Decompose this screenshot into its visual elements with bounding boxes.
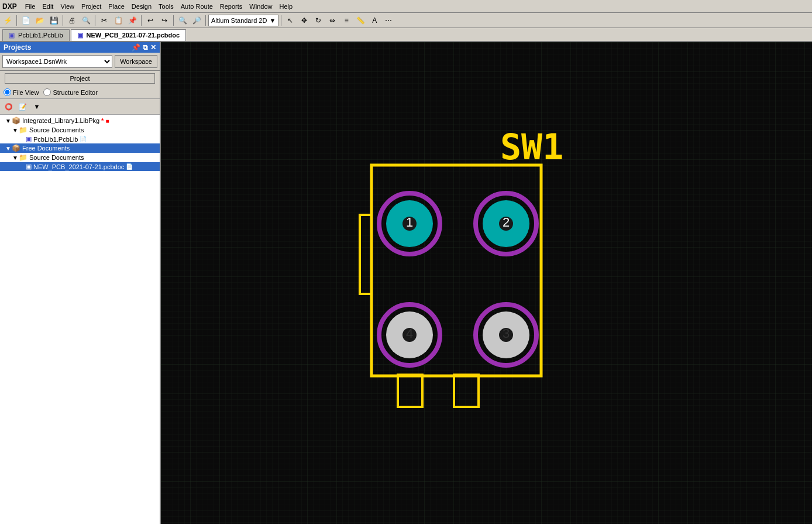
menu-bar: DXP File Edit View Project Place Design … xyxy=(0,0,812,13)
panel-header: Projects 📌 ⧉ ✕ xyxy=(0,42,160,53)
tb-cut[interactable]: ✂ xyxy=(98,14,111,27)
tree-item-src-docs-1[interactable]: ▼ 📁 Source Documents xyxy=(0,125,160,135)
tab-pcblib-icon: ▣ xyxy=(9,32,15,39)
tb-select[interactable]: ↖ xyxy=(284,14,297,27)
tab-pcblib[interactable]: ▣ PcbLib1.PcbLib xyxy=(2,29,70,41)
tb-measure[interactable]: 📏 xyxy=(354,14,367,27)
tree-item-src-docs-2[interactable]: ▼ 📁 Source Documents xyxy=(0,153,160,162)
tb-sep-3 xyxy=(95,15,95,26)
panel-tb-btn1[interactable]: ⭕ xyxy=(2,100,15,113)
close-panel-icon[interactable]: ✕ xyxy=(150,43,156,52)
tb-preview[interactable]: 🔍 xyxy=(80,14,92,27)
expander-freedocs[interactable]: ▼ xyxy=(5,145,12,152)
menu-help[interactable]: Help xyxy=(276,2,296,11)
pad-1-label: 1 xyxy=(406,215,413,230)
menu-tools[interactable]: Tools xyxy=(155,2,177,11)
tb-more[interactable]: ⋯ xyxy=(382,14,395,27)
tb-sep-2 xyxy=(63,15,63,26)
tab-pcblib-label: PcbLib1.PcbLib xyxy=(18,32,63,39)
expander-intlib[interactable]: ▼ xyxy=(5,118,12,124)
menu-edit[interactable]: Edit xyxy=(39,2,57,11)
pad-2-label: 2 xyxy=(503,215,510,230)
menu-design[interactable]: Design xyxy=(128,2,155,11)
tree-item-freedocs[interactable]: ▼ 📦 Free Documents xyxy=(0,143,160,153)
menu-file[interactable]: File xyxy=(22,2,39,11)
pcblib-name: PcbLib1.PcbLib xyxy=(33,136,78,143)
tb-mirror[interactable]: ⇔ xyxy=(326,14,339,27)
freedocs-icon: 📦 xyxy=(12,144,20,152)
combo-arrow: ▼ xyxy=(269,17,276,24)
freedocs-name: Free Documents xyxy=(22,145,70,152)
float-icon[interactable]: ⧉ xyxy=(143,43,148,52)
pcblib-doc-icon: 📄 xyxy=(80,136,87,142)
tb-zoom-out[interactable]: 🔎 xyxy=(190,14,203,27)
tb-zoom-in[interactable]: 🔍 xyxy=(176,14,189,27)
pcblib-icon: ▣ xyxy=(26,135,32,143)
panel-toolbar: ⭕ 📝 ▼ xyxy=(0,99,160,115)
tb-print[interactable]: 🖨 xyxy=(66,14,78,27)
tb-undo[interactable]: ↩ xyxy=(144,14,157,27)
tb-sep-4 xyxy=(141,15,142,26)
src-docs-1-name: Source Documents xyxy=(29,126,84,133)
menu-autoroute[interactable]: Auto Route xyxy=(177,2,216,11)
workspace-select[interactable]: Workspace1.DsnWrk xyxy=(2,55,112,68)
menu-view[interactable]: View xyxy=(57,2,78,11)
standard-combo[interactable]: Altium Standard 2D ▼ xyxy=(208,15,278,26)
tree-item-pcbdoc[interactable]: ▣ NEW_PCB_2021-07-21.pcbdoc 📄 xyxy=(0,162,160,171)
pcb-canvas-area[interactable]: x: 1425.000 dx: 265.000 mil y: 2085.000 … xyxy=(161,42,812,524)
tab-pcbdoc-label: NEW_PCB_2021-07-21.pcbdoc xyxy=(87,32,180,39)
tb-align[interactable]: ≡ xyxy=(340,14,353,27)
left-panel: Projects 📌 ⧉ ✕ Workspace1.DsnWrk Workspa… xyxy=(0,42,161,524)
radio-structure-editor[interactable]: Structure Editor xyxy=(43,88,97,96)
tb-rotate[interactable]: ↻ xyxy=(312,14,325,27)
pcb-grid xyxy=(161,42,812,524)
component-label: SW1 xyxy=(500,126,563,167)
tab-bar: ▣ PcbLib1.PcbLib ▣ NEW_PCB_2021-07-21.pc… xyxy=(0,28,812,42)
tb-dxp[interactable]: ⚡ xyxy=(1,14,14,27)
tb-copy[interactable]: 📋 xyxy=(112,14,125,27)
toolbar-1: ⚡ 📄 📂 💾 🖨 🔍 ✂ 📋 📌 ↩ ↪ 🔍 🔎 Altium Standar… xyxy=(0,13,812,28)
workspace-row: Workspace1.DsnWrk Workspace xyxy=(0,53,160,71)
tb-move[interactable]: ✥ xyxy=(298,14,311,27)
pcb-svg: SW1 1 2 4 3 xyxy=(161,42,812,524)
workspace-button[interactable]: Workspace xyxy=(115,55,157,68)
expander-src1[interactable]: ▼ xyxy=(12,127,19,133)
menu-place[interactable]: Place xyxy=(105,2,128,11)
tb-open[interactable]: 📂 xyxy=(33,14,46,27)
tb-redo[interactable]: ↪ xyxy=(158,14,171,27)
tb-text[interactable]: A xyxy=(368,14,381,27)
panel-title: Projects xyxy=(4,43,31,52)
project-button[interactable]: Project xyxy=(5,73,155,84)
pad-4-label: 4 xyxy=(406,326,413,341)
dxp-logo: DXP xyxy=(2,2,17,11)
tb-paste[interactable]: 📌 xyxy=(126,14,139,27)
panel-header-icons: 📌 ⧉ ✕ xyxy=(132,43,156,52)
tb-sep-7 xyxy=(281,15,281,26)
folder-icon-1: 📁 xyxy=(19,126,27,134)
menu-reports[interactable]: Reports xyxy=(216,2,246,11)
tb-sep-5 xyxy=(173,15,174,26)
expander-src2[interactable]: ▼ xyxy=(12,155,19,161)
folder-icon-2: 📁 xyxy=(19,153,27,162)
tb-save[interactable]: 💾 xyxy=(47,14,60,27)
intlib-name: Integrated_Library1.LibPkg xyxy=(22,117,99,124)
tb-new[interactable]: 📄 xyxy=(19,14,32,27)
src-docs-2-name: Source Documents xyxy=(29,154,84,161)
tree-item-pcblib[interactable]: ▣ PcbLib1.PcbLib 📄 xyxy=(0,135,160,143)
radio-file-view[interactable]: File View xyxy=(4,88,39,96)
menu-project[interactable]: Project xyxy=(78,2,105,11)
radio-row: File View Structure Editor xyxy=(0,86,160,99)
pcbdoc-name: NEW_PCB_2021-07-21.pcbdoc xyxy=(33,163,124,170)
pad-3-label: 3 xyxy=(503,326,510,341)
tab-pcbdoc[interactable]: ▣ NEW_PCB_2021-07-21.pcbdoc xyxy=(71,29,187,41)
tab-pcbdoc-icon: ▣ xyxy=(77,32,83,39)
panel-tb-btn2[interactable]: 📝 xyxy=(16,100,29,113)
menu-window[interactable]: Window xyxy=(246,2,276,11)
pcbdoc-badge: 📄 xyxy=(126,163,133,170)
combo-label: Altium Standard 2D xyxy=(211,17,267,24)
panel-tb-btn3[interactable]: ▼ xyxy=(30,100,43,113)
pcbdoc-icon: ▣ xyxy=(26,163,32,170)
tree-item-intlib[interactable]: ▼ 📦 Integrated_Library1.LibPkg * ■ xyxy=(0,116,160,125)
main-layout: Projects 📌 ⧉ ✕ Workspace1.DsnWrk Workspa… xyxy=(0,42,812,524)
pin-icon[interactable]: 📌 xyxy=(132,43,140,52)
